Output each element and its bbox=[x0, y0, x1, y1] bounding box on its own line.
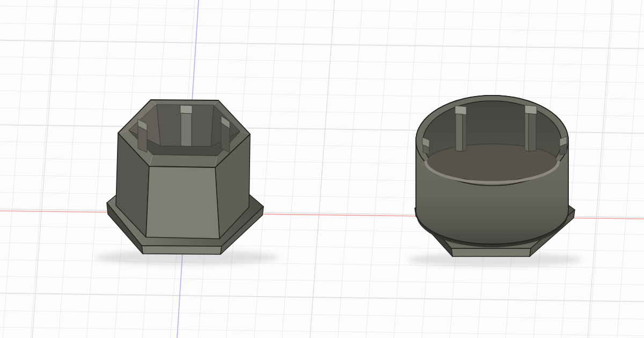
round-cap-flange-front-face[interactable] bbox=[451, 248, 531, 256]
hex-cap-rim-band[interactable] bbox=[149, 155, 217, 167]
hex-cap-front-face[interactable] bbox=[146, 166, 219, 239]
round-cap-floor bbox=[427, 145, 558, 180]
hex-cap-rib-chamfer bbox=[180, 105, 192, 114]
hex-cap-body[interactable] bbox=[96, 100, 278, 265]
round-cap-rib-chamfer bbox=[455, 106, 466, 115]
round-cap-left-rib-side bbox=[463, 114, 466, 151]
hex-cap-center-rib[interactable] bbox=[181, 113, 192, 146]
round-cap-body[interactable] bbox=[408, 95, 582, 267]
hex-cap-left-rib[interactable] bbox=[138, 126, 147, 152]
round-cap-right-rib-side bbox=[525, 113, 529, 151]
model-scene bbox=[0, 0, 644, 338]
round-cap-left-rib[interactable] bbox=[456, 114, 463, 151]
hex-cap-flange-front-face[interactable] bbox=[142, 246, 222, 254]
round-cap-right-rib[interactable] bbox=[529, 114, 536, 151]
round-cap-rib-chamfer bbox=[525, 105, 537, 114]
cad-viewport bbox=[0, 0, 644, 338]
